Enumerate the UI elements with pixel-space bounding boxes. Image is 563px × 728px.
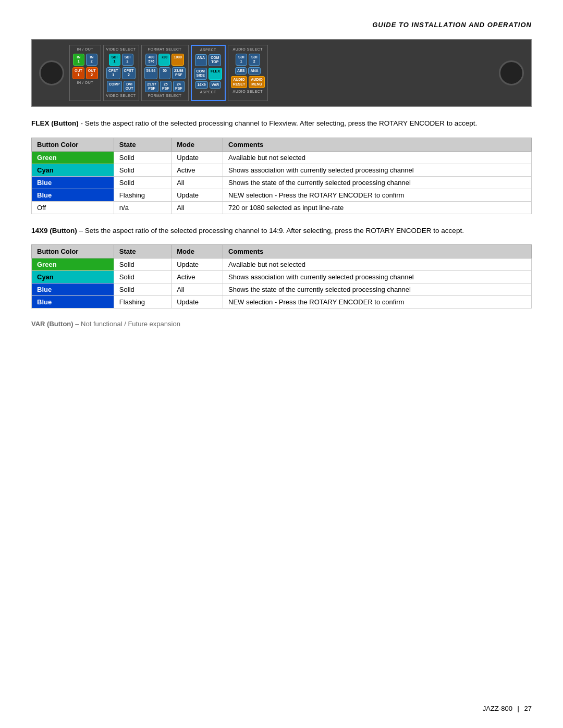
mode-update: Update — [172, 295, 223, 308]
btn-com-top[interactable]: COMTOP — [209, 54, 221, 66]
table-row: Cyan Solid Active Shows association with… — [32, 270, 532, 283]
btn-14x9[interactable]: 14X9 — [195, 81, 207, 89]
mode-all: All — [172, 201, 223, 214]
var-note: VAR (Button) – Not functional / Future e… — [31, 320, 532, 328]
state-flashing: Flashing — [114, 295, 171, 308]
comment-2: Shows association with currently selecte… — [223, 270, 532, 283]
page-title: GUIDE TO INSTALLATION AND OPERATION — [31, 21, 532, 29]
btn-row: SDI1 SDI2 — [236, 54, 260, 66]
btn-cpst2[interactable]: CPST2 — [122, 67, 136, 79]
section-in-out-title: IN / OUT — [77, 47, 93, 51]
section-audio-title: AUDIO SELECT — [233, 47, 263, 51]
btn-25-psf[interactable]: 25PSF — [160, 81, 172, 93]
btn-720[interactable]: 720 — [158, 54, 170, 66]
panel-image: IN / OUT IN1 IN2 OUT1 OUT2 IN / OUT VIDE… — [31, 39, 532, 107]
btn-in1[interactable]: IN1 — [73, 54, 84, 66]
table-row: Off n/a All 720 or 1080 selected as inpu… — [32, 201, 532, 214]
btn-audio-menu[interactable]: AUDIOMENU — [249, 76, 265, 88]
panel-sections: IN / OUT IN1 IN2 OUT1 OUT2 IN / OUT VIDE… — [69, 45, 494, 101]
btn-row: COMSIDE FLEX — [194, 68, 222, 80]
btn-ana[interactable]: ANA — [195, 54, 207, 66]
col-comments: Comments — [223, 138, 532, 151]
section-format-footer: FORMAT SELECT — [148, 94, 182, 97]
btn-2398-psf[interactable]: 23.98PSF — [172, 67, 186, 79]
flex-description-text: - Sets the aspect ratio of the selected … — [79, 119, 478, 127]
state-solid: Solid — [114, 258, 171, 270]
comment-4: NEW selection - Press the ROTARY ENCODER… — [223, 189, 532, 201]
btn-var[interactable]: VAR — [210, 81, 221, 89]
color-cyan: Cyan — [32, 270, 114, 283]
btn-in2[interactable]: IN2 — [86, 54, 97, 66]
panel-knob-right — [499, 60, 524, 85]
14x9-description-text: – Sets the aspect ratio of the selected … — [77, 227, 464, 235]
btn-comp[interactable]: COMP — [107, 81, 122, 93]
btn-com-side[interactable]: COMSIDE — [194, 68, 207, 80]
comment-2: Shows association with currently selecte… — [223, 164, 532, 176]
btn-row: AES ANA — [235, 67, 261, 75]
table-row: Green Solid Update Available but not sel… — [32, 151, 532, 164]
var-note-text: – Not functional / Future expansion — [74, 320, 180, 328]
section-video-select: VIDEO SELECT SDI1 SDI2 CPST1 CPST2 COMP … — [103, 45, 139, 101]
btn-row: CPST1 CPST2 — [106, 67, 136, 79]
btn-row: SDI1 SDI2 — [109, 54, 133, 66]
section-audio-footer: AUDIO SELECT — [233, 90, 263, 93]
comment-3: Shows the state of the currently selecte… — [223, 176, 532, 189]
comment-3: Shows the state of the currently selecte… — [223, 283, 532, 295]
btn-5994[interactable]: 59.94 — [144, 67, 158, 79]
col-button-color: Button Color — [32, 244, 114, 258]
state-solid: Solid — [114, 176, 171, 189]
btn-sdi2[interactable]: SDI2 — [122, 54, 133, 66]
var-label: VAR (Button) — [31, 320, 74, 328]
flex-table: Button Color State Mode Comments Green S… — [31, 138, 532, 214]
14x9-table: Button Color State Mode Comments Green S… — [31, 244, 532, 309]
table-row: Cyan Solid Active Shows association with… — [32, 164, 532, 176]
btn-audio-sdi2[interactable]: SDI2 — [249, 54, 260, 66]
state-flashing: Flashing — [114, 189, 171, 201]
comment-1: Available but not selected — [223, 151, 532, 164]
btn-out2[interactable]: OUT2 — [86, 67, 98, 79]
col-mode: Mode — [172, 138, 223, 151]
mode-update: Update — [172, 151, 223, 164]
btn-dvi-out[interactable]: DVIOUT — [124, 81, 136, 93]
btn-24-psf[interactable]: 24PSF — [173, 81, 185, 93]
table-header-row: Button Color State Mode Comments — [32, 138, 532, 151]
mode-active: Active — [172, 270, 223, 283]
btn-out1[interactable]: OUT1 — [72, 67, 84, 79]
section-aspect-footer: ASPECT — [200, 90, 216, 94]
btn-row: 480576 720 1080 — [145, 54, 184, 66]
btn-row: 14X9 VAR — [195, 81, 221, 89]
col-comments: Comments — [223, 244, 532, 258]
mode-all: All — [172, 176, 223, 189]
btn-sdi1[interactable]: SDI1 — [109, 54, 120, 66]
btn-ana-audio[interactable]: ANA — [248, 67, 260, 75]
color-blue-flash: Blue — [32, 295, 114, 308]
btn-cpst1[interactable]: CPST1 — [106, 67, 120, 79]
footer-divider: | — [518, 705, 519, 712]
col-button-color: Button Color — [32, 138, 114, 151]
btn-audio-reset[interactable]: AUDIORESET — [231, 76, 247, 88]
mode-all: All — [172, 283, 223, 295]
table-header-row: Button Color State Mode Comments — [32, 244, 532, 258]
section-format-title: FORMAT SELECT — [148, 47, 182, 51]
btn-480-576[interactable]: 480576 — [145, 54, 157, 66]
btn-audio-sdi1[interactable]: SDI1 — [236, 54, 247, 66]
btn-50[interactable]: 50 — [159, 67, 170, 79]
comment-4: NEW selection - Press the ROTARY ENCODER… — [223, 295, 532, 308]
btn-row: OUT1 OUT2 — [72, 67, 98, 79]
btn-row: 29.97PSF 25PSF 24PSF — [145, 81, 185, 93]
14x9-description: 14X9 (Button) – Sets the aspect ratio of… — [31, 226, 532, 236]
color-blue-flash: Blue — [32, 189, 114, 201]
btn-1080[interactable]: 1080 — [172, 54, 184, 66]
btn-aes[interactable]: AES — [235, 67, 247, 75]
btn-row: ANA COMTOP — [195, 54, 222, 66]
state-solid: Solid — [114, 270, 171, 283]
comment-5: 720 or 1080 selected as input line-rate — [223, 201, 532, 214]
mode-update: Update — [172, 258, 223, 270]
btn-2997-psf[interactable]: 29.97PSF — [145, 81, 158, 93]
state-solid: Solid — [114, 283, 171, 295]
color-off: Off — [32, 201, 114, 214]
btn-flex[interactable]: FLEX — [209, 68, 222, 80]
section-aspect-title: ASPECT — [200, 48, 216, 52]
section-video-footer: VIDEO SELECT — [106, 94, 136, 97]
btn-row: IN1 IN2 — [73, 54, 97, 66]
